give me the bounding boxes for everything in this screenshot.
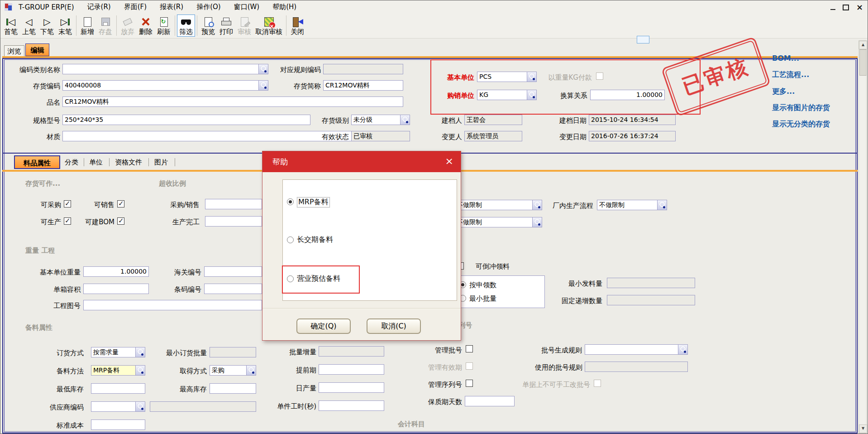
- lookup-icon[interactable]: [135, 347, 145, 357]
- filter-button[interactable]: 筛选: [177, 14, 195, 37]
- order-mode-field[interactable]: 按需求量: [91, 347, 145, 357]
- lookup-icon[interactable]: [258, 64, 268, 74]
- stock-code-field[interactable]: 400400008: [62, 80, 268, 91]
- code-category-field[interactable]: [62, 64, 268, 74]
- batch-rule-field[interactable]: [585, 344, 688, 355]
- product-name-field[interactable]: CR12MOV精料: [62, 96, 403, 107]
- lookup-icon[interactable]: [135, 366, 145, 375]
- last-record-button[interactable]: ▷ 末笔: [56, 14, 74, 37]
- prep-method-field[interactable]: MRP备料: [91, 365, 145, 376]
- vertical-scrollbar[interactable]: ▲ ▼: [858, 40, 867, 434]
- menu-item-help[interactable]: 帮助(H): [272, 3, 296, 11]
- cancel-button[interactable]: 取消(C): [367, 318, 421, 334]
- scrollbar-thumb[interactable]: [859, 49, 867, 76]
- std-cost-field[interactable]: [91, 420, 145, 430]
- stock-level-field[interactable]: 未分级: [351, 115, 410, 125]
- modifier-value: 系统管理员: [465, 131, 522, 141]
- mrp-prep-label[interactable]: MRP备料: [297, 197, 330, 207]
- customs-field[interactable]: [204, 266, 262, 277]
- link-more[interactable]: 更多...: [772, 87, 795, 96]
- new-button[interactable]: 新增: [78, 14, 96, 37]
- lookup-icon[interactable]: [258, 81, 268, 90]
- next-record-button[interactable]: ▷ 下笔: [38, 14, 56, 37]
- purchase-sale-ratio-field[interactable]: [205, 199, 262, 209]
- stock-abbr-field[interactable]: CR12MOV精料: [323, 80, 403, 91]
- cancel-audit-button[interactable]: 取消审核: [253, 14, 284, 37]
- tab-classification[interactable]: 分类: [65, 158, 78, 167]
- lookup-icon[interactable]: [246, 366, 256, 375]
- menu-item-interface[interactable]: 界面(F): [124, 3, 147, 11]
- prev-record-button[interactable]: ◁ 上笔: [20, 14, 38, 37]
- ok-button[interactable]: 确定(Q): [296, 318, 351, 334]
- lookup-icon[interactable]: [657, 200, 667, 210]
- link-process-flow[interactable]: 工艺流程...: [772, 70, 809, 80]
- acquire-field[interactable]: 采购: [210, 365, 256, 376]
- manage-batch-checkbox[interactable]: [466, 345, 473, 352]
- producible-checkbox[interactable]: [64, 217, 71, 225]
- base-unit-field[interactable]: PCS: [477, 72, 537, 82]
- base-unit-weight-field[interactable]: 1.00000: [83, 266, 149, 277]
- trade-unit-field[interactable]: KG: [477, 90, 537, 100]
- shelf-life-field[interactable]: [465, 396, 515, 406]
- minimize-icon[interactable]: [830, 9, 835, 10]
- link-show-with-image[interactable]: 显示有图片的存货: [772, 103, 830, 113]
- min-stock-field[interactable]: [91, 383, 145, 394]
- sales-forecast-prep-radio[interactable]: [287, 275, 294, 282]
- menu-item-app[interactable]: T-GROUP ERP(E): [19, 3, 74, 11]
- link-show-unclassified[interactable]: 显示无分类的存货: [772, 120, 830, 129]
- conversion-field[interactable]: 1.00000: [590, 90, 665, 100]
- daily-output-field[interactable]: [319, 382, 384, 393]
- barcode-field[interactable]: [204, 284, 262, 294]
- factory-flow-field[interactable]: 不做限制: [597, 200, 667, 210]
- link-bom[interactable]: BOM...: [772, 54, 799, 63]
- dialog-close-icon[interactable]: ×: [445, 156, 453, 167]
- restriction-field-2[interactable]: 不做限制: [454, 217, 542, 227]
- production-done-ratio-field[interactable]: [205, 216, 262, 227]
- long-lead-prep-label[interactable]: 长交期备料: [297, 235, 333, 245]
- spec-field[interactable]: 250*240*35: [62, 115, 310, 125]
- tab-edit[interactable]: 编辑: [25, 43, 49, 56]
- restore-icon[interactable]: [843, 5, 849, 10]
- lookup-icon[interactable]: [532, 217, 542, 227]
- manage-serial-checkbox[interactable]: [466, 380, 473, 387]
- lookup-icon[interactable]: [527, 72, 536, 82]
- drawing-field[interactable]: [83, 300, 262, 310]
- menu-item-record[interactable]: 记录(R): [87, 3, 111, 11]
- purchasable-checkbox[interactable]: [64, 200, 71, 207]
- scroll-down-icon[interactable]: ▼: [859, 424, 867, 433]
- mrp-prep-radio[interactable]: [287, 198, 294, 205]
- box-volume-field[interactable]: [83, 284, 149, 294]
- lookup-icon[interactable]: [400, 115, 410, 125]
- lookup-icon[interactable]: [532, 200, 542, 210]
- restriction-field-1[interactable]: 不做限制: [454, 200, 542, 210]
- long-lead-prep-radio[interactable]: [287, 236, 294, 243]
- tab-unit[interactable]: 单位: [89, 158, 103, 167]
- lookup-icon[interactable]: [527, 90, 536, 100]
- tab-item-attributes[interactable]: 料品属性: [14, 155, 60, 169]
- unit-hours-field[interactable]: [319, 400, 384, 411]
- tab-browse[interactable]: 浏览: [4, 45, 24, 56]
- toolbar: ◁ 首笔 ◁ 上笔 ▷ 下笔 ▷ 末笔 新增 存盘 放弃: [0, 14, 868, 39]
- delete-button[interactable]: 删除: [137, 14, 155, 37]
- lookup-icon[interactable]: [678, 345, 687, 354]
- menu-item-report[interactable]: 报表(R): [160, 3, 183, 11]
- menu-item-window[interactable]: 窗口(W): [234, 3, 260, 11]
- close-window-icon[interactable]: ×: [856, 3, 863, 11]
- bom-allowed-checkbox[interactable]: [117, 217, 124, 225]
- lead-time-field[interactable]: [319, 364, 384, 375]
- sales-forecast-prep-label[interactable]: 营业预估备料: [297, 274, 340, 284]
- tab-qualification[interactable]: 资格文件: [115, 158, 142, 167]
- dialog-title-bar[interactable]: 帮助: [262, 151, 461, 172]
- first-record-button[interactable]: ◁ 首笔: [2, 14, 20, 37]
- menu-item-operation[interactable]: 操作(O): [196, 3, 221, 11]
- close-form-button[interactable]: 关闭: [288, 14, 306, 37]
- print-button[interactable]: 打印: [217, 14, 235, 37]
- max-stock-field[interactable]: [210, 383, 256, 394]
- supplier-code-field[interactable]: [91, 401, 145, 412]
- lookup-icon[interactable]: [135, 402, 145, 411]
- preview-button[interactable]: 预览: [199, 14, 217, 37]
- sellable-checkbox[interactable]: [117, 200, 124, 207]
- scroll-up-icon[interactable]: ▲: [859, 41, 867, 49]
- tab-picture[interactable]: 图片: [154, 158, 168, 167]
- refresh-button[interactable]: 刷新: [155, 14, 173, 37]
